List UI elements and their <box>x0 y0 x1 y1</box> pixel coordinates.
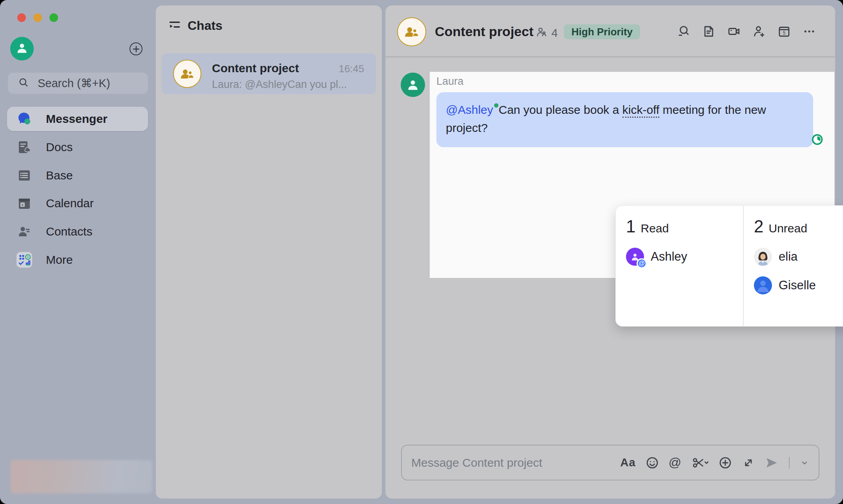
conversation-avatar[interactable] <box>397 17 426 46</box>
person-icon <box>15 40 29 57</box>
user-avatar-ashley: @ <box>626 248 644 266</box>
message-bubble[interactable]: @AshleyCan you please book a kick-off me… <box>436 92 813 147</box>
calendar-icon: 5 <box>16 195 33 212</box>
send-divider <box>789 457 790 469</box>
conversation-actions: 5 <box>677 24 816 38</box>
member-count-button[interactable]: 4 <box>535 26 558 40</box>
emoji-icon[interactable] <box>645 455 659 471</box>
user-name: Ashley <box>651 250 687 264</box>
read-count: 1 <box>626 217 635 236</box>
user-avatar[interactable] <box>10 37 34 60</box>
search-icon <box>18 77 29 89</box>
member-count: 4 <box>551 27 558 40</box>
minimize-button[interactable] <box>33 13 42 22</box>
expand-icon[interactable] <box>742 455 755 471</box>
docs-tab-icon[interactable] <box>702 24 716 38</box>
read-receipt-popover: 1 Read @ Ashley 2 Unread <box>615 205 843 327</box>
header-divider <box>385 57 835 57</box>
format-icon[interactable]: Aa <box>620 455 635 471</box>
read-status-icon[interactable] <box>811 133 823 146</box>
chat-list-title: Chats <box>188 18 223 33</box>
user-name: elia <box>779 250 797 264</box>
message-composer[interactable]: Aa @ <box>401 445 819 480</box>
mention-icon[interactable]: @ <box>669 455 681 471</box>
unread-count: 2 <box>754 217 763 236</box>
mention-read-badge: @ <box>637 258 647 268</box>
mention-link[interactable]: @Ashley <box>446 103 493 116</box>
chat-list-panel: Chats Content project 16:45 Laura: @Ashl… <box>156 5 382 499</box>
unread-column: 2 Unread elia Giselle <box>743 206 843 326</box>
message-highlight-card: Laura @AshleyCan you please book a kick-… <box>430 72 834 278</box>
read-label: Read <box>640 222 669 235</box>
svg-text:5: 5 <box>22 203 24 207</box>
sidebar-item-label: Messenger <box>46 112 108 126</box>
zoom-button[interactable] <box>49 13 58 22</box>
sidebar-item-label: More <box>46 253 73 267</box>
sidebar-item-base[interactable]: Base <box>7 163 148 188</box>
traffic-lights <box>17 13 58 22</box>
composer-toolbar: Aa @ <box>620 455 809 471</box>
sidebar-item-label: Base <box>46 169 73 182</box>
chat-item-preview: Laura: @AshleyCan you pl... <box>212 79 347 91</box>
sidebar-item-docs[interactable]: Docs <box>7 135 148 159</box>
user-avatar-elia <box>754 248 772 266</box>
close-button[interactable] <box>17 13 26 22</box>
search-placeholder: Search (⌘+K) <box>38 77 110 90</box>
sidebar-item-calendar[interactable]: 5 Calendar <box>7 191 148 215</box>
sidebar-item-label: Calendar <box>46 197 94 210</box>
sender-avatar[interactable] <box>401 73 425 97</box>
redacted-blur <box>11 460 152 493</box>
unread-user-row[interactable]: Giselle <box>754 275 843 296</box>
message-highlighted-term[interactable]: kick-off <box>622 103 659 118</box>
contacts-icon <box>16 223 33 240</box>
video-call-icon[interactable] <box>727 24 741 38</box>
send-options-chevron-icon[interactable] <box>800 455 809 471</box>
members-icon <box>535 26 548 40</box>
attach-icon[interactable] <box>718 455 732 471</box>
meeting-calendar-icon[interactable]: 5 <box>777 24 791 38</box>
send-button[interactable] <box>765 455 779 471</box>
chat-item-name: Content project <box>212 62 299 75</box>
unread-label: Unread <box>768 222 807 235</box>
search-in-chat-icon[interactable] <box>677 24 691 38</box>
priority-badge: High Priority <box>564 24 640 39</box>
sidebar-item-contacts[interactable]: Contacts <box>7 219 148 244</box>
more-apps-icon <box>16 251 33 268</box>
collapse-panel-icon[interactable] <box>168 18 181 33</box>
more-actions-icon[interactable] <box>802 24 816 38</box>
search-input[interactable]: Search (⌘+K) <box>8 73 148 94</box>
sender-name: Laura <box>436 75 463 88</box>
screenshot-icon[interactable] <box>691 455 709 471</box>
read-user-row[interactable]: @ Ashley <box>626 247 743 267</box>
chat-list-item[interactable]: Content project 16:45 Laura: @AshleyCan … <box>162 53 376 94</box>
sidebar-item-messenger[interactable]: Messenger <box>7 107 148 131</box>
docs-icon <box>16 139 33 156</box>
new-chat-button[interactable] <box>130 42 142 55</box>
messenger-icon <box>16 110 33 128</box>
user-name: Giselle <box>779 278 816 292</box>
plus-icon <box>132 45 140 53</box>
group-avatar <box>173 60 201 88</box>
add-member-icon[interactable] <box>752 24 766 38</box>
app-window: Search (⌘+K) Messenger Docs Base 5 Calen… <box>0 0 843 504</box>
base-icon <box>16 167 33 184</box>
conversation-panel: Content project 4 High Priority 5 <box>385 5 835 499</box>
user-avatar-giselle <box>754 276 772 294</box>
sidebar-item-label: Contacts <box>46 225 92 238</box>
sidebar-item-more[interactable]: More <box>7 248 148 272</box>
sidebar-item-label: Docs <box>46 141 73 154</box>
svg-text:5: 5 <box>783 30 786 36</box>
chat-item-time: 16:45 <box>339 63 364 75</box>
message-input[interactable] <box>411 456 620 469</box>
conversation-title: Content project <box>435 24 533 39</box>
read-column: 1 Read @ Ashley <box>616 206 743 326</box>
unread-user-row[interactable]: elia <box>754 247 843 267</box>
mention-status-dot <box>494 103 498 108</box>
message-text: Can you please book a <box>499 103 622 116</box>
